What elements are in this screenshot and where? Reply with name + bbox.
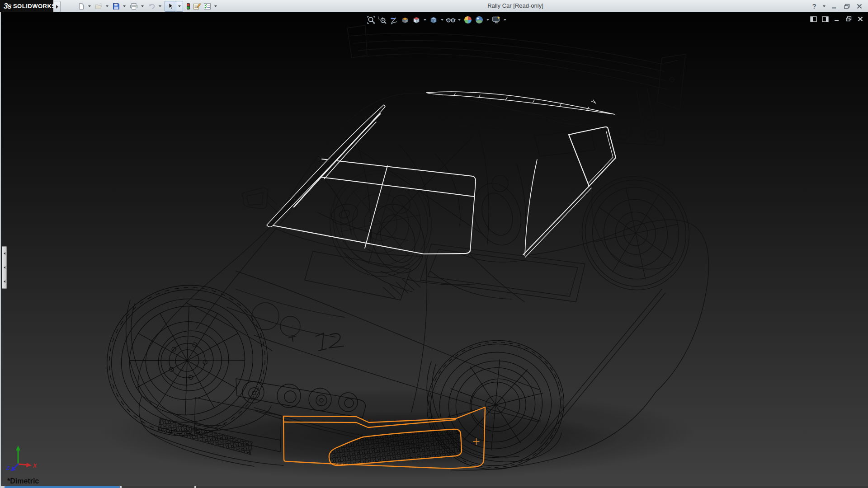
undo-button[interactable] xyxy=(147,1,156,11)
zoom-to-fit-icon xyxy=(367,15,376,24)
previous-view-icon xyxy=(389,15,398,24)
document-window-controls xyxy=(809,15,864,23)
brand-name: SOLIDWORKS xyxy=(13,3,56,9)
graphics-viewport[interactable]: X Z xyxy=(0,12,868,488)
view-orientation-dropdown[interactable] xyxy=(423,15,427,25)
hide-show-items-dropdown[interactable] xyxy=(457,15,462,25)
open-folder-icon xyxy=(95,3,103,10)
doc-restore-button[interactable] xyxy=(844,15,853,23)
view-settings-button[interactable] xyxy=(491,15,501,25)
zoom-to-fit-button[interactable] xyxy=(366,15,376,25)
orientation-triad: X Z xyxy=(6,446,37,471)
close-icon xyxy=(857,4,862,9)
new-document-icon xyxy=(78,3,85,10)
section-view-button[interactable] xyxy=(400,15,410,25)
document-title: Rally Car [Read-only] xyxy=(470,0,561,12)
select-tool-button[interactable] xyxy=(165,1,176,12)
viewport-canvas[interactable]: X Z xyxy=(1,12,868,488)
apply-scene-icon xyxy=(475,15,484,24)
open-dropdown[interactable] xyxy=(104,1,110,11)
view-orientation-label: *Dimetric xyxy=(7,477,39,485)
triad-x-label: X xyxy=(33,463,37,469)
feature-tree-splitter[interactable] xyxy=(2,246,7,289)
print-button[interactable] xyxy=(129,1,139,11)
checklist-icon xyxy=(203,3,211,10)
doc-close-button[interactable] xyxy=(856,15,864,23)
highlighted-edges[interactable] xyxy=(267,92,616,257)
undo-arrow-icon xyxy=(148,3,156,10)
restore-button[interactable] xyxy=(842,2,852,11)
chevron-left-icon xyxy=(4,280,5,283)
doc-minimize-button[interactable] xyxy=(833,15,841,23)
bottom-edge-strip xyxy=(0,486,868,488)
title-bar: 3s SOLIDWORKS xyxy=(0,0,868,13)
menu-expand-button[interactable] xyxy=(54,1,61,12)
hide-show-items-button[interactable] xyxy=(446,15,456,25)
new-document-button[interactable] xyxy=(77,1,86,11)
solidworks-logo: 3s SOLIDWORKS xyxy=(0,0,53,12)
open-button[interactable] xyxy=(94,1,104,11)
previous-view-button[interactable] xyxy=(389,15,399,25)
display-style-button[interactable] xyxy=(429,15,439,25)
save-dropdown[interactable] xyxy=(122,1,127,11)
view-settings-dropdown[interactable] xyxy=(503,15,507,25)
side-mirror[interactable] xyxy=(242,188,278,212)
design-checker-button[interactable] xyxy=(192,1,202,11)
eyeglasses-icon xyxy=(446,15,456,24)
print-dropdown[interactable] xyxy=(140,1,145,11)
display-style-icon xyxy=(429,15,438,24)
apply-scene-dropdown[interactable] xyxy=(486,15,490,25)
select-tool-dropdown[interactable] xyxy=(176,1,183,12)
apply-scene-button[interactable] xyxy=(474,15,484,25)
zoom-to-area-button[interactable] xyxy=(377,15,387,25)
feature-pane-toggle-button[interactable] xyxy=(809,15,817,23)
solidworks-window: 3s SOLIDWORKS xyxy=(0,0,868,488)
save-floppy-icon xyxy=(113,3,120,10)
traffic-light-icon xyxy=(186,3,190,10)
window-controls: ? xyxy=(809,0,864,12)
chevron-right-icon xyxy=(56,5,58,9)
rear-deck-details[interactable] xyxy=(438,99,665,156)
chevron-left-icon xyxy=(4,252,5,255)
task-pane-options-button[interactable] xyxy=(203,1,212,11)
restore-icon xyxy=(844,4,850,9)
cursor-arrow-icon xyxy=(168,3,174,9)
rear-wing[interactable] xyxy=(347,25,685,138)
task-pane-options-dropdown[interactable] xyxy=(213,1,218,11)
zoom-to-area-icon xyxy=(378,15,387,24)
save-button[interactable] xyxy=(112,1,121,11)
pane-left-icon xyxy=(810,16,817,22)
edit-appearance-button[interactable] xyxy=(463,15,473,25)
printer-icon xyxy=(130,3,138,10)
doc-restore-icon xyxy=(846,16,852,22)
chevron-left-icon xyxy=(4,266,5,269)
minimize-button[interactable] xyxy=(829,2,839,11)
clipboard-pencil-icon xyxy=(193,3,201,10)
doc-minimize-icon xyxy=(834,16,840,22)
view-orientation-icon xyxy=(412,15,421,24)
close-button[interactable] xyxy=(854,2,864,11)
undo-dropdown[interactable] xyxy=(157,1,163,11)
minimize-icon xyxy=(831,4,837,9)
section-view-icon xyxy=(401,15,410,24)
heads-up-view-toolbar xyxy=(366,15,507,25)
new-document-dropdown[interactable] xyxy=(87,1,92,11)
pane-right-icon xyxy=(822,16,829,22)
brand-mark: 3s xyxy=(4,2,11,11)
view-settings-icon xyxy=(492,15,501,24)
help-dropdown[interactable] xyxy=(822,2,826,11)
hood-details[interactable] xyxy=(227,244,585,351)
doc-close-icon xyxy=(858,16,863,22)
appearance-sphere-icon xyxy=(463,15,472,24)
help-button[interactable]: ? xyxy=(809,2,819,11)
rear-right-wheel[interactable] xyxy=(571,166,699,300)
view-orientation-button[interactable] xyxy=(411,15,421,25)
display-pane-toggle-button[interactable] xyxy=(821,15,829,23)
display-style-dropdown[interactable] xyxy=(440,15,444,25)
main-toolbar xyxy=(77,0,220,12)
triad-z-label: Z xyxy=(6,465,10,471)
xpress-products-button[interactable] xyxy=(185,1,191,11)
